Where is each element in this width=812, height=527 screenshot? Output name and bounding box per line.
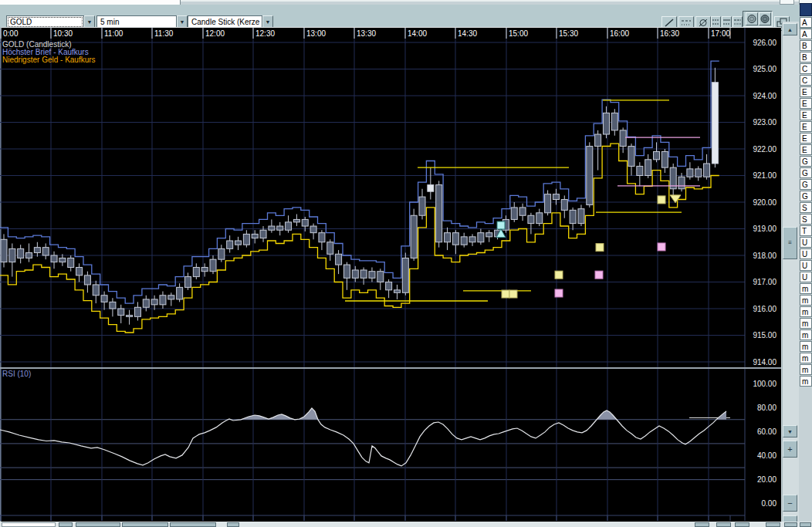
hscroll-button[interactable] [735,522,749,527]
instrument-list-item[interactable]: E [800,144,812,155]
pink-square-marker[interactable] [595,271,603,279]
candlestick[interactable] [269,226,275,230]
candlestick[interactable] [402,258,408,292]
hscroll-button[interactable] [800,522,811,527]
candlestick[interactable] [386,282,392,290]
instrument-list-item[interactable]: U [800,237,812,248]
candlestick[interactable] [369,272,375,279]
candlestick[interactable] [411,215,417,258]
instrument-list-item[interactable]: U [800,272,812,282]
hscroll-button[interactable] [76,522,120,527]
instrument-list-item[interactable]: G [800,167,812,178]
candlestick[interactable] [654,151,660,159]
candlestick[interactable] [603,113,609,134]
candlestick[interactable] [160,296,166,305]
instrument-list-item[interactable]: E [800,121,812,132]
candlestick[interactable] [1,239,7,262]
candlestick[interactable] [26,253,32,258]
instrument-list-item[interactable]: E [800,133,812,144]
candlestick[interactable] [486,233,492,237]
candlestick[interactable] [419,197,425,215]
candlestick[interactable] [343,265,350,278]
candlestick[interactable] [110,302,116,309]
candlestick[interactable] [201,268,208,272]
pattern-circle-dark-icon[interactable] [759,12,771,25]
candlestick[interactable] [68,258,74,267]
cyan-square-marker[interactable] [497,221,505,229]
instrument-list-item[interactable]: m [800,353,812,363]
candlestick[interactable] [51,255,57,262]
candlestick[interactable] [436,185,442,242]
candlestick[interactable] [561,200,567,211]
scrollbar-thumb[interactable]: ≡ [783,227,797,259]
candlestick[interactable] [193,268,199,277]
candlestick[interactable] [704,164,710,177]
instrument-list-item[interactable]: U [800,260,812,271]
hscroll-button[interactable] [695,522,709,527]
candlestick[interactable] [168,296,174,299]
candlestick[interactable] [134,307,140,316]
yellow-square-marker[interactable] [509,290,517,298]
instrument-list-item[interactable]: A [800,17,812,28]
candlestick[interactable] [461,237,467,245]
candlestick[interactable] [84,275,90,285]
candlestick[interactable] [9,248,15,262]
hscroll-button[interactable] [122,522,168,527]
instrument-list-item[interactable]: m [800,318,812,329]
candlestick[interactable] [327,242,333,255]
chart-background[interactable] [0,27,781,522]
pink-square-marker[interactable] [658,243,665,251]
candlestick[interactable] [101,296,107,302]
hscroll-button[interactable] [766,522,780,527]
candlestick[interactable] [511,208,517,220]
candlestick[interactable] [252,234,258,238]
instrument-list-item[interactable]: B [800,52,812,62]
candlestick[interactable] [712,83,718,164]
candlestick[interactable] [445,233,451,242]
candlestick[interactable] [595,134,601,147]
candlestick[interactable] [545,194,551,213]
instrument-list-item[interactable]: E [800,110,812,120]
candlestick[interactable] [645,160,651,176]
candlestick[interactable] [293,219,299,221]
instrument-list-item[interactable]: E [800,86,812,97]
candlestick[interactable] [118,309,124,316]
candlestick[interactable] [678,177,685,189]
instrument-list-item[interactable]: B [800,40,812,51]
instrument-list-item[interactable]: m [800,306,812,317]
instrument-list-item[interactable]: T [800,225,812,236]
candlestick[interactable] [260,230,266,238]
instrument-list-item[interactable]: C [800,75,812,86]
instrument-list-item[interactable]: m [800,283,812,294]
candlestick[interactable] [478,233,484,242]
instrument-list-item[interactable]: m [800,329,812,340]
candlestick[interactable] [310,226,316,233]
candlestick[interactable] [394,290,400,292]
yellow-square-marker[interactable] [658,196,665,204]
yellow-square-marker[interactable] [596,244,604,252]
candlestick[interactable] [587,147,593,205]
candlestick[interactable] [127,316,133,317]
instrument-list-item[interactable]: m [800,341,812,352]
candlestick[interactable] [519,208,526,215]
instrument-list-item[interactable]: U [800,248,812,259]
candlestick[interactable] [177,287,183,299]
candlestick[interactable] [218,248,225,259]
candlestick[interactable] [428,185,434,192]
candlestick[interactable] [553,194,559,200]
hscroll-button[interactable] [59,522,73,527]
candlestick[interactable] [59,258,66,262]
candlestick[interactable] [18,248,24,258]
candlestick[interactable] [210,259,216,272]
instrument-list-item[interactable]: G [800,156,812,167]
hscroll-track-segment[interactable] [2,522,56,527]
instrument-list-item[interactable]: S [800,214,812,225]
candlestick[interactable] [661,151,668,167]
candlestick[interactable] [536,213,543,224]
yellow-square-marker[interactable] [502,290,509,298]
candlestick[interactable] [235,241,242,245]
candlestick[interactable] [336,254,342,265]
candlestick[interactable] [452,233,458,245]
candlestick[interactable] [227,241,233,248]
candlestick[interactable] [628,147,634,167]
